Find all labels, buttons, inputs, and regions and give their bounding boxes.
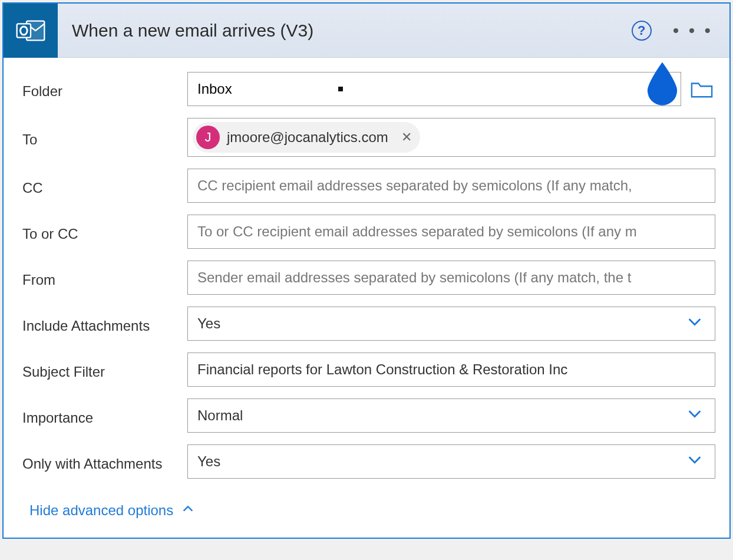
importance-value: Normal [197,407,243,424]
chevron-down-icon [686,314,703,334]
recipient-email: jmoore@jocanalytics.com [227,129,388,146]
include-attachments-value: Yes [197,315,220,332]
card-body: Folder Inbox [4,58,729,538]
toggle-advanced-label: Hide advanced options [29,502,173,519]
row-importance: Importance Normal [22,398,715,433]
folder-input[interactable]: Inbox [187,72,681,106]
remove-recipient-icon[interactable]: ✕ [401,130,412,145]
toggle-advanced-link[interactable]: Hide advanced options [22,490,202,533]
cursor-caret [338,87,343,91]
help-icon[interactable]: ? [632,21,652,41]
row-subject-filter: Subject Filter [22,353,715,387]
label-to: To [22,127,187,148]
more-menu-icon[interactable]: • • • [673,21,713,41]
row-only-attachments: Only with Attachments Yes [22,444,715,479]
label-folder: Folder [22,78,187,100]
row-folder: Folder Inbox [22,72,715,106]
label-only-attachments: Only with Attachments [22,451,187,472]
label-include-attachments: Include Attachments [22,313,187,334]
card-title: When a new email arrives (V3) [58,21,632,41]
trigger-card: When a new email arrives (V3) ? • • • Fo… [2,2,731,539]
only-attachments-value: Yes [197,453,220,470]
row-cc: CC [22,169,715,203]
subject-filter-input[interactable] [187,353,715,387]
importance-select[interactable]: Normal [187,398,715,433]
chevron-down-icon [686,406,703,426]
avatar: J [196,126,220,149]
label-from: From [22,267,187,288]
row-to-or-cc: To or CC [22,215,715,249]
dynamic-content-drop-icon [642,60,683,107]
label-to-or-cc: To or CC [22,221,187,242]
include-attachments-select[interactable]: Yes [187,307,715,341]
chevron-down-icon [686,452,703,472]
row-from: From [22,261,715,295]
label-subject-filter: Subject Filter [22,359,187,380]
row-include-attachments: Include Attachments Yes [22,307,715,341]
folder-value: Inbox [197,81,232,97]
to-or-cc-input[interactable] [187,215,715,249]
cc-input[interactable] [187,169,715,203]
recipient-pill: J jmoore@jocanalytics.com ✕ [193,122,420,153]
row-to: To J jmoore@jocanalytics.com ✕ [22,118,715,157]
card-header: When a new email arrives (V3) ? • • • [4,4,729,58]
outlook-icon [4,4,58,58]
label-importance: Importance [22,405,187,426]
from-input[interactable] [187,261,715,295]
label-cc: CC [22,175,187,196]
chevron-up-icon [181,502,194,519]
only-attachments-select[interactable]: Yes [187,444,715,479]
to-input[interactable]: J jmoore@jocanalytics.com ✕ [187,118,715,157]
folder-picker-icon[interactable] [688,77,715,101]
